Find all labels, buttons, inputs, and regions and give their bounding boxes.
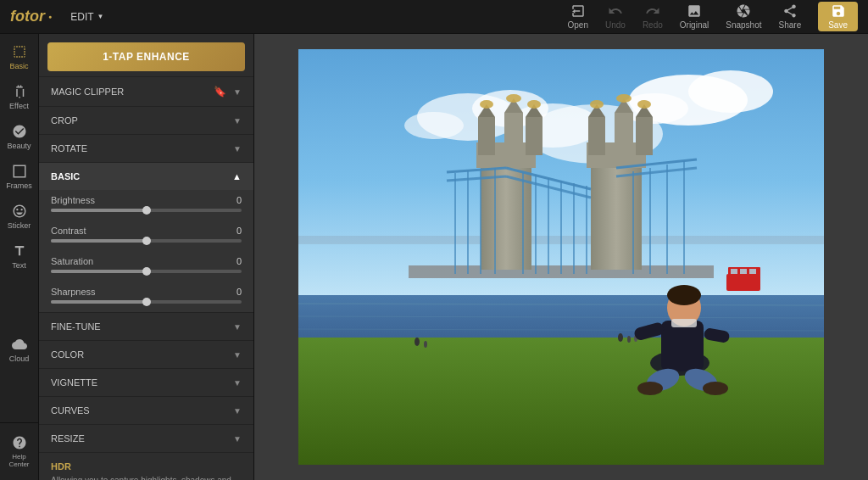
brightness-row: Brightness 0	[39, 190, 253, 220]
svg-point-61	[415, 338, 420, 346]
svg-rect-14	[298, 338, 824, 465]
curves-section[interactable]: CURVES ▼	[39, 396, 253, 424]
svg-rect-73	[671, 319, 697, 327]
finetune-chevron: ▼	[233, 322, 242, 332]
saturation-track	[51, 270, 242, 273]
contrast-fill	[51, 239, 147, 243]
svg-point-35	[590, 100, 604, 109]
hdr-section: HDR Allowing you to capture highlights, …	[39, 452, 253, 480]
open-action[interactable]: Open	[568, 3, 588, 30]
help-icon	[12, 435, 27, 450]
frames-icon	[12, 164, 27, 179]
undo-icon	[608, 3, 623, 19]
sharpness-row: Sharpness 0	[39, 282, 253, 312]
svg-rect-64	[661, 321, 704, 371]
svg-rect-77	[740, 269, 747, 274]
svg-rect-19	[504, 113, 523, 155]
svg-point-36	[616, 94, 632, 103]
contrast-thumb[interactable]	[142, 237, 151, 245]
svg-point-2	[688, 70, 773, 113]
edit-menu[interactable]: EDIT ▼	[64, 8, 110, 26]
svg-point-25	[506, 94, 521, 103]
saturation-thumb[interactable]	[142, 267, 151, 276]
beauty-icon	[12, 124, 27, 139]
resize-section[interactable]: RESIZE ▼	[39, 424, 253, 452]
basic-chevron: ▲	[232, 171, 242, 181]
curves-chevron: ▼	[233, 406, 242, 416]
color-chevron: ▼	[233, 350, 242, 360]
sidebar-item-sticker[interactable]: Sticker	[0, 197, 38, 237]
saturation-fill	[51, 270, 147, 273]
effect-icon	[12, 84, 27, 99]
sharpness-fill	[51, 300, 147, 304]
logo-dot: ●	[48, 14, 52, 20]
svg-rect-31	[636, 117, 653, 155]
crop-section[interactable]: CROP ▼	[39, 106, 253, 134]
topbar-actions: Open Undo Redo Original Snapshot	[568, 2, 859, 31]
sticker-icon	[12, 204, 27, 219]
sidebar-item-cloud[interactable]: Cloud	[0, 330, 38, 370]
sharpness-thumb[interactable]	[142, 298, 151, 306]
sidebar-item-text[interactable]: Text	[0, 237, 38, 276]
original-action[interactable]: Original	[680, 3, 709, 30]
app-logo: fotor●	[10, 8, 52, 25]
original-icon	[687, 3, 702, 19]
color-section[interactable]: COLOR ▼	[39, 340, 253, 368]
magic-clipper-section[interactable]: MAGIC CLIPPER 🔖 ▼	[39, 76, 253, 106]
redo-action[interactable]: Redo	[643, 3, 663, 30]
vignette-chevron: ▼	[233, 378, 242, 388]
sidebar-item-effect[interactable]: Effect	[0, 77, 38, 117]
svg-point-6	[404, 112, 464, 139]
photo-area	[254, 34, 868, 480]
sidebar-item-basic[interactable]: Basic	[0, 37, 38, 77]
snapshot-action[interactable]: Snapshot	[726, 3, 761, 30]
svg-point-26	[527, 100, 541, 109]
resize-chevron: ▼	[233, 434, 242, 444]
svg-rect-76	[731, 269, 737, 274]
photo-canvas	[298, 49, 824, 465]
sidebar-item-frames[interactable]: Frames	[0, 157, 38, 197]
svg-point-37	[637, 100, 651, 109]
brightness-track	[51, 209, 242, 212]
vignette-section[interactable]: VIGNETTE ▼	[39, 368, 253, 396]
main-area: Basic Effect Beauty Frames Sticker	[0, 34, 868, 480]
contrast-track	[51, 239, 242, 243]
save-action[interactable]: Save	[818, 2, 858, 31]
rotate-section[interactable]: ROTATE ▼	[39, 134, 253, 162]
magic-clipper-chevron: ▼	[233, 87, 242, 97]
saturation-row: Saturation 0	[39, 251, 253, 282]
svg-point-62	[424, 341, 427, 348]
basic-icon	[12, 44, 27, 59]
basic-section-header[interactable]: BASIC ▲	[39, 162, 253, 190]
svg-rect-20	[526, 117, 542, 155]
icon-sidebar: Basic Effect Beauty Frames Sticker	[0, 34, 39, 480]
bookmark-icon: 🔖	[214, 86, 226, 98]
sidebar-item-beauty[interactable]: Beauty	[0, 117, 38, 157]
enhance-button[interactable]: 1-TAP ENHANCE	[47, 42, 245, 71]
rotate-chevron: ▼	[233, 144, 242, 153]
svg-point-24	[480, 100, 493, 109]
svg-rect-18	[478, 117, 495, 155]
contrast-row: Contrast 0	[39, 220, 253, 251]
svg-point-58	[618, 333, 623, 342]
text-icon	[12, 243, 27, 259]
brightness-thumb[interactable]	[142, 206, 151, 215]
snapshot-icon	[736, 3, 751, 19]
panel-sidebar: 1-TAP ENHANCE MAGIC CLIPPER 🔖 ▼ CROP ▼ R…	[39, 34, 254, 480]
share-action[interactable]: Share	[779, 3, 802, 30]
svg-rect-29	[588, 117, 605, 155]
svg-rect-78	[749, 269, 756, 274]
sidebar-item-help[interactable]: Help Center	[0, 428, 38, 475]
open-icon	[570, 3, 586, 19]
save-icon	[831, 3, 846, 19]
svg-point-71	[637, 382, 663, 395]
svg-rect-74	[726, 274, 760, 291]
svg-rect-30	[615, 113, 633, 155]
share-icon	[782, 3, 798, 19]
redo-icon	[645, 3, 660, 19]
finetune-section[interactable]: FINE-TUNE ▼	[39, 312, 253, 340]
crop-chevron: ▼	[233, 116, 242, 126]
cloud-icon	[12, 337, 27, 352]
help-label: Help Center	[3, 453, 35, 468]
undo-action[interactable]: Undo	[605, 3, 626, 30]
